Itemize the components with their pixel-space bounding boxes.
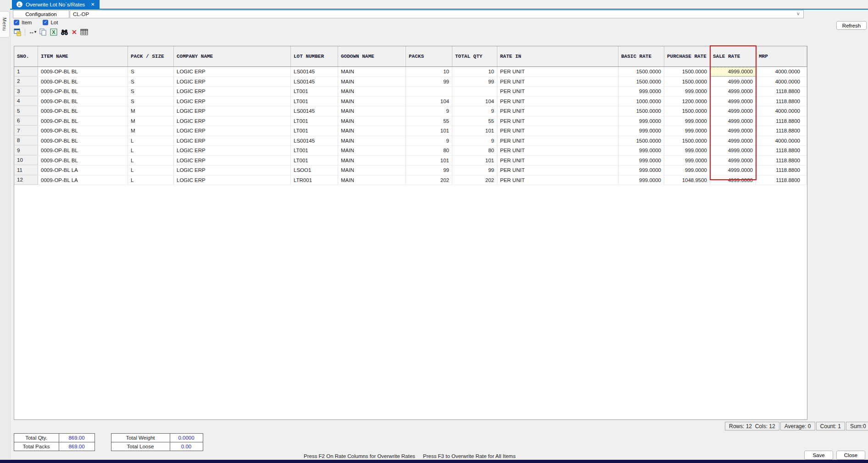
cell-packs[interactable]: 55 <box>406 116 452 126</box>
cell-basic_rate[interactable]: 999.0000 <box>618 156 664 165</box>
cell-packs[interactable]: 9 <box>406 106 452 116</box>
tab-close-icon[interactable]: ✕ <box>91 2 95 7</box>
row-header[interactable]: 6 <box>14 116 38 126</box>
row-header[interactable]: 11 <box>14 165 38 175</box>
save-button[interactable]: Save <box>804 451 833 460</box>
cell-packs[interactable]: 101 <box>406 126 452 136</box>
cell-rate_in[interactable]: PER UNIT <box>497 87 618 96</box>
cell-purchase_rate[interactable]: 999.0000 <box>664 126 710 136</box>
cell-lot_number[interactable]: LS00145 <box>291 106 338 116</box>
cell-purchase_rate[interactable]: 999.0000 <box>664 165 710 175</box>
cell-pack_size[interactable]: L <box>128 165 174 175</box>
cell-item_name[interactable]: 0009-OP-BL LA <box>38 176 128 185</box>
cell-rate_in[interactable]: PER UNIT <box>497 106 618 116</box>
cell-sale_rate[interactable]: 4999.0000 <box>710 77 756 87</box>
cell-total_qty[interactable]: 101 <box>452 156 497 165</box>
cell-company_name[interactable]: LOGIC ERP <box>174 106 291 116</box>
cell-sale_rate[interactable]: 4999.0000 <box>710 165 756 175</box>
cell-item_name[interactable]: 0009-OP-BL LA <box>38 165 128 175</box>
cell-total_qty[interactable]: 99 <box>452 165 497 175</box>
cell-rate_in[interactable]: PER UNIT <box>497 126 618 136</box>
cell-rate_in[interactable]: PER UNIT <box>497 146 618 155</box>
cell-lot_number[interactable]: LSOO1 <box>291 165 338 175</box>
cell-lot_number[interactable]: LS00145 <box>291 67 338 77</box>
column-header-basic_rate[interactable]: BASIC RATE <box>618 46 664 66</box>
cell-godown_name[interactable]: MAIN <box>338 67 406 77</box>
cell-purchase_rate[interactable]: 1048.9500 <box>664 176 710 185</box>
cell-purchase_rate[interactable]: 999.0000 <box>664 146 710 155</box>
cell-pack_size[interactable]: M <box>128 126 174 136</box>
column-header-total_qty[interactable]: TOTAL QTY <box>452 46 497 66</box>
cell-godown_name[interactable]: MAIN <box>338 106 406 116</box>
column-header-item_name[interactable]: ITEM NAME <box>38 46 128 66</box>
cell-company_name[interactable]: LOGIC ERP <box>174 97 291 106</box>
cell-total_qty[interactable] <box>452 87 497 96</box>
cell-packs[interactable]: 101 <box>406 156 452 165</box>
cell-mrp[interactable]: 4000.0000 <box>756 67 807 77</box>
cell-pack_size[interactable]: S <box>128 87 174 96</box>
column-header-godown_name[interactable]: GODOWN NAME <box>338 46 406 66</box>
cell-sale_rate[interactable]: 4999.0000 <box>710 156 756 165</box>
cell-company_name[interactable]: LOGIC ERP <box>174 165 291 175</box>
cell-item_name[interactable]: 0009-OP-BL BL <box>38 67 128 77</box>
cell-godown_name[interactable]: MAIN <box>338 97 406 106</box>
row-header[interactable]: 3 <box>14 87 38 96</box>
cell-basic_rate[interactable]: 1500.0000 <box>618 136 664 146</box>
cell-item_name[interactable]: 0009-OP-BL BL <box>38 106 128 116</box>
cell-company_name[interactable]: LOGIC ERP <box>174 156 291 165</box>
cell-godown_name[interactable]: MAIN <box>338 156 406 165</box>
cell-purchase_rate[interactable]: 1500.0000 <box>664 136 710 146</box>
column-header-company_name[interactable]: COMPANY NAME <box>174 46 291 66</box>
row-header[interactable]: 7 <box>14 126 38 136</box>
cell-total_qty[interactable]: 101 <box>452 126 497 136</box>
cell-pack_size[interactable]: M <box>128 106 174 116</box>
cell-godown_name[interactable]: MAIN <box>338 176 406 185</box>
column-header-sale_rate[interactable]: SALE RATE <box>710 46 756 66</box>
cell-mrp[interactable]: 1118.8800 <box>756 87 807 96</box>
cell-basic_rate[interactable]: 999.0000 <box>618 146 664 155</box>
menu-vertical-tab[interactable]: Menu <box>0 11 10 38</box>
cell-total_qty[interactable]: 104 <box>452 97 497 106</box>
cell-rate_in[interactable]: PER UNIT <box>497 156 618 165</box>
cell-sale_rate[interactable]: 4999.0000 <box>710 87 756 96</box>
cell-item_name[interactable]: 0009-OP-BL BL <box>38 77 128 87</box>
cell-basic_rate[interactable]: 1500.0000 <box>618 106 664 116</box>
cell-total_qty[interactable]: 9 <box>452 136 497 146</box>
cell-company_name[interactable]: LOGIC ERP <box>174 87 291 96</box>
cell-godown_name[interactable]: MAIN <box>338 87 406 96</box>
cell-purchase_rate[interactable]: 999.0000 <box>664 156 710 165</box>
cell-lot_number[interactable]: LS00145 <box>291 136 338 146</box>
column-header-sno[interactable]: SNO. <box>14 46 38 66</box>
cell-purchase_rate[interactable]: 999.0000 <box>664 87 710 96</box>
cell-rate_in[interactable]: PER UNIT <box>497 97 618 106</box>
row-header[interactable]: 8 <box>14 136 38 146</box>
row-header[interactable]: 4 <box>14 97 38 106</box>
copy-icon[interactable] <box>39 28 47 36</box>
cell-total_qty[interactable]: 99 <box>452 77 497 87</box>
cell-sale_rate[interactable]: 4999.0000 <box>710 176 756 185</box>
cell-packs[interactable]: 99 <box>406 77 452 87</box>
cell-pack_size[interactable]: S <box>128 67 174 77</box>
cell-pack_size[interactable]: L <box>128 176 174 185</box>
cell-rate_in[interactable]: PER UNIT <box>497 116 618 126</box>
cell-packs[interactable]: 104 <box>406 97 452 106</box>
cell-mrp[interactable]: 1118.8800 <box>756 116 807 126</box>
row-header[interactable]: 12 <box>14 176 38 185</box>
cell-item_name[interactable]: 0009-OP-BL BL <box>38 146 128 155</box>
row-header[interactable]: 1 <box>14 67 38 77</box>
cell-company_name[interactable]: LOGIC ERP <box>174 126 291 136</box>
cell-pack_size[interactable]: L <box>128 156 174 165</box>
column-header-pack_size[interactable]: PACK / SIZE <box>128 46 174 66</box>
row-header[interactable]: 10 <box>14 156 38 165</box>
cell-item_name[interactable]: 0009-OP-BL BL <box>38 126 128 136</box>
find-binoculars-icon[interactable] <box>61 28 68 36</box>
cell-basic_rate[interactable]: 999.0000 <box>618 165 664 175</box>
column-header-purchase_rate[interactable]: PURCHASE RATE <box>664 46 710 66</box>
cell-purchase_rate[interactable]: 1500.0000 <box>664 106 710 116</box>
cell-packs[interactable] <box>406 87 452 96</box>
cell-lot_number[interactable]: LS00145 <box>291 77 338 87</box>
cell-lot_number[interactable]: LT001 <box>291 97 338 106</box>
cell-lot_number[interactable]: LT001 <box>291 87 338 96</box>
cell-sale_rate[interactable]: 4999.0000 <box>710 126 756 136</box>
cell-basic_rate[interactable]: 999.0000 <box>618 126 664 136</box>
